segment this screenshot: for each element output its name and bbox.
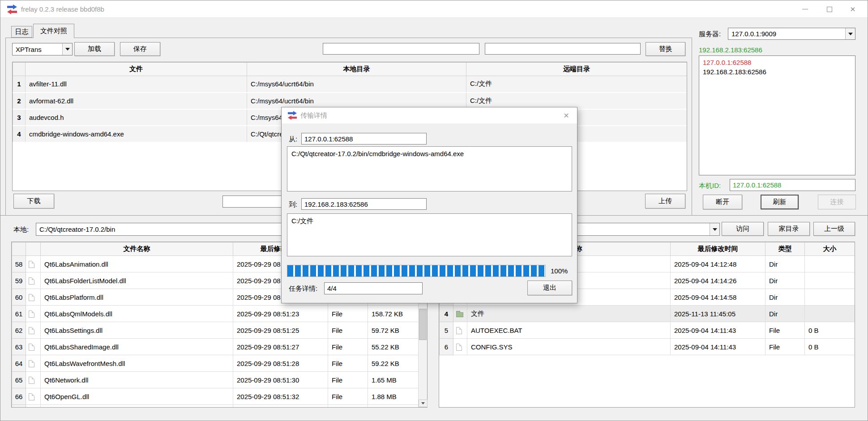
row-number: 4	[440, 306, 453, 322]
file-row[interactable]: 61Qt6LabsQmlModels.dll2025-09-29 08:51:2…	[12, 306, 419, 322]
scroll-down-button[interactable]	[419, 400, 428, 407]
scrollbar-thumb[interactable]	[419, 309, 427, 340]
refresh-button[interactable]: 刷新	[761, 195, 799, 209]
file-row[interactable]: 5AUTOEXEC.BAT2025-09-04 14:11:43File0 B	[440, 322, 855, 339]
mtime-cell: 2025-09-04 14:14:58	[671, 289, 765, 306]
col-header-mtime[interactable]: 最后修改时间	[671, 242, 765, 256]
client-item[interactable]: 192.168.2.183:62586	[703, 67, 851, 77]
local-id-field[interactable]	[730, 179, 855, 191]
disconnect-button[interactable]: 断开	[703, 195, 742, 209]
size-cell: 0 B	[805, 339, 855, 355]
size-cell	[805, 256, 855, 272]
destination-path-box[interactable]: C:/文件	[287, 213, 572, 256]
col-header-type[interactable]: 类型	[765, 242, 805, 256]
download-button[interactable]: 下载	[13, 194, 54, 208]
tab-file-compare[interactable]: 文件对照	[33, 24, 74, 38]
local-id-label: 本机ID:	[699, 182, 721, 190]
visit-button[interactable]: 访问	[722, 222, 764, 236]
size-cell	[368, 405, 419, 408]
home-dir-button[interactable]: 家目录	[768, 222, 810, 236]
col-header-file[interactable]: 文件	[26, 63, 247, 76]
icon-cell	[26, 405, 41, 408]
exit-button[interactable]: 退出	[527, 281, 572, 295]
compare-row[interactable]: 2avformat-62.dllC:/msys64/ucrt64/binC:/文…	[13, 93, 687, 109]
load-button[interactable]: 加载	[74, 42, 115, 56]
source-path-box[interactable]: C:/Qt/qtcreator-17.0.2/bin/cmdbridge-win…	[287, 146, 572, 191]
row-number: 66	[12, 388, 26, 405]
file-row[interactable]: 62Qt6LabsSettings.dll2025-09-29 08:51:25…	[12, 322, 419, 339]
mtime-cell: 2025-09-29 08:51:32	[233, 388, 328, 405]
mtime-cell: 2025-09-29 08:51:27	[233, 339, 328, 355]
file-row[interactable]: 6CONFIG.SYS2025-09-04 14:11:43File0 B	[440, 339, 855, 355]
icon-cell	[453, 306, 467, 322]
mtime-cell: 2025-09-04 14:12:48	[671, 256, 765, 272]
minimize-button[interactable]	[794, 0, 816, 18]
size-cell: 1.88 MB	[368, 388, 419, 405]
connect-button[interactable]: 连接	[818, 195, 856, 209]
to-field[interactable]	[301, 198, 427, 210]
remote-dir-cell: C:/文件	[466, 93, 687, 109]
col-header-size[interactable]: 大小	[805, 242, 855, 256]
size-cell	[805, 289, 855, 306]
replace-input[interactable]	[485, 43, 641, 55]
client-item[interactable]: 127.0.0.1:62588	[703, 58, 851, 67]
source-path-text: C:/Qt/qtcreator-17.0.2/bin/cmdbridge-win…	[291, 150, 464, 157]
row-number: 58	[12, 256, 26, 272]
chevron-down-icon	[62, 43, 72, 55]
file-name-cell: AUTOEXEC.BAT	[467, 322, 671, 339]
server-value: 127.0.0.1:9009	[728, 28, 845, 39]
file-row[interactable]: 63Qt6LabsSharedImage.dll2025-09-29 08:51…	[12, 339, 419, 355]
type-cell: Dir	[765, 289, 805, 306]
save-button[interactable]: 保存	[120, 42, 160, 56]
tab-log-label: 日志	[15, 28, 29, 36]
file-row[interactable]: 4文件2025-11-13 11:45:05Dir	[440, 306, 855, 322]
corner-header	[12, 242, 26, 256]
icon-cell	[26, 355, 41, 372]
compare-row[interactable]: 1avfilter-11.dllC:/msys64/ucrt64/binC:/文…	[13, 76, 687, 93]
find-input[interactable]	[323, 43, 479, 55]
file-name-cell: Qt6LabsPlatform.dll	[41, 289, 233, 306]
icon-cell	[26, 306, 41, 322]
remote-dir-cell: C:/文件	[466, 76, 687, 93]
upload-button[interactable]: 上传	[645, 194, 685, 208]
file-name-cell: Qt6OpenGL.dll	[41, 388, 233, 405]
from-label: 从:	[289, 135, 297, 144]
file-row[interactable]: 64Qt6LabsWavefrontMesh.dll2025-09-29 08:…	[12, 355, 419, 372]
col-header-file-name[interactable]: 文件名称	[41, 242, 233, 256]
col-header-remote-dir[interactable]: 远端目录	[466, 63, 687, 76]
file-icon	[29, 261, 34, 268]
mtime-cell: 2025-09-04 14:11:43	[671, 322, 765, 339]
row-number: 6	[440, 339, 453, 355]
dialog-title: 传输详情	[300, 111, 327, 120]
file-row[interactable]: 65Qt6Network.dll2025-09-29 08:51:30File1…	[12, 372, 419, 388]
file-name-cell: Qt6LabsSettings.dll	[41, 322, 233, 339]
load-button-label: 加载	[88, 45, 101, 53]
mtime-cell: 2025-11-13 11:45:05	[671, 306, 765, 322]
file-row[interactable]: 66Qt6OpenGL.dll2025-09-29 08:51:32File1.…	[12, 388, 419, 405]
compare-middle-input[interactable]	[222, 196, 284, 208]
close-button[interactable]: ✕	[842, 0, 864, 18]
tab-log[interactable]: 日志	[11, 26, 32, 38]
dialog-close-button[interactable]: ✕	[560, 111, 573, 120]
file-name-cell: Qt6OpenGLWidgets.dll	[41, 405, 233, 408]
corner-header	[13, 63, 26, 76]
type-cell: File	[765, 322, 805, 339]
col-header-local-dir[interactable]: 本地目录	[247, 63, 466, 76]
file-row[interactable]: 67Qt6OpenGLWidgets.dll	[12, 405, 419, 408]
client-listbox[interactable]: 127.0.0.1:62588192.168.2.183:62586	[699, 55, 855, 175]
server-combobox[interactable]: 127.0.0.1:9009	[728, 28, 855, 40]
row-number: 59	[12, 272, 26, 289]
maximize-button[interactable]	[818, 0, 841, 18]
size-cell: 0 B	[805, 322, 855, 339]
size-cell: 158.72 KB	[368, 306, 419, 322]
from-field[interactable]	[301, 133, 427, 145]
file-cell: cmdbridge-windows-amd64.exe	[26, 126, 247, 142]
progress-percent: 100%	[551, 267, 568, 275]
preset-combobox[interactable]: XPTrans	[12, 43, 73, 55]
task-detail-field[interactable]	[324, 282, 423, 294]
file-icon	[29, 310, 34, 318]
type-cell: File	[328, 372, 368, 388]
up-level-button[interactable]: 上一级	[813, 222, 855, 236]
replace-button[interactable]: 替换	[646, 42, 685, 56]
app-logo-icon	[7, 4, 17, 14]
